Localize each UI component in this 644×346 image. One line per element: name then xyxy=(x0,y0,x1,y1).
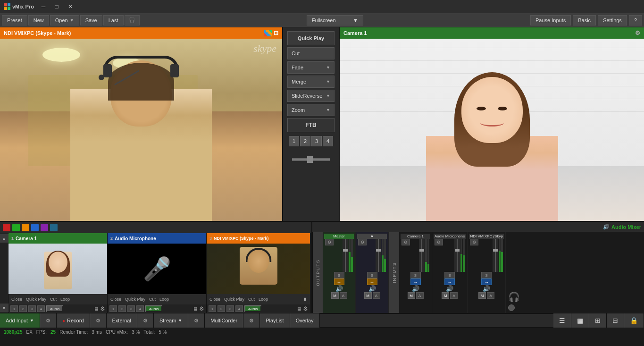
ndi-a-button[interactable]: A xyxy=(487,292,494,299)
input-num-1-3[interactable]: 3 xyxy=(28,305,36,312)
quick-play-button[interactable]: Quick Play xyxy=(287,31,335,45)
color-dot-green[interactable] xyxy=(12,224,20,231)
input-num-2-2[interactable]: 2 xyxy=(118,305,126,312)
a-arr-button[interactable]: → xyxy=(367,278,377,285)
input-cut-1[interactable]: Cut xyxy=(49,297,58,302)
input-loop-3[interactable]: Loop xyxy=(258,297,269,302)
trans-num-3[interactable]: 3 xyxy=(311,136,322,146)
resize-icon[interactable]: ⊡ xyxy=(274,30,278,36)
master-speaker-icon[interactable]: 🔊 xyxy=(335,285,343,292)
master-s-button[interactable]: S xyxy=(334,272,344,278)
input-cut-2[interactable]: Cut xyxy=(148,297,157,302)
master-fader[interactable] xyxy=(343,239,348,272)
headphone-mix-icon[interactable]: 🎧 xyxy=(508,291,520,303)
new-button[interactable]: New xyxy=(28,15,49,25)
ndi-s-button[interactable]: S xyxy=(481,272,492,278)
ndi-fader[interactable] xyxy=(493,239,498,272)
trans-num-2[interactable]: 2 xyxy=(300,136,310,146)
color-dot-purple[interactable] xyxy=(41,224,48,231)
input-audio-1[interactable]: Audio xyxy=(46,305,63,312)
cam1-a-button[interactable]: A xyxy=(416,292,424,299)
color-dot-blue[interactable] xyxy=(31,224,39,231)
transition-slider[interactable] xyxy=(292,158,330,161)
output-gear-icon[interactable]: ⚙ xyxy=(635,30,640,36)
scroll-up-button[interactable]: ▲ xyxy=(0,234,8,243)
input-num-2-1[interactable]: 1 xyxy=(109,305,117,312)
a-fader-thumb[interactable] xyxy=(376,249,381,252)
ndi-fader-thumb[interactable] xyxy=(493,249,498,252)
a-a-button[interactable]: A xyxy=(373,292,380,299)
audiomix-a-button[interactable]: A xyxy=(450,292,458,299)
overlay-bar-icon[interactable]: ▦ xyxy=(571,313,589,328)
ndi-arr-button[interactable]: → xyxy=(481,278,492,285)
stream-settings-button[interactable]: ⚙ xyxy=(188,313,205,328)
input-gear-3[interactable]: ⚙ xyxy=(303,305,308,312)
input-num-2-4[interactable]: 4 xyxy=(136,305,144,312)
fullscreen-button[interactable]: Fullscreen ▼ xyxy=(307,15,363,25)
input-quickplay-2[interactable]: Quick Play xyxy=(124,297,146,302)
add-input-settings-button[interactable]: ⚙ xyxy=(40,313,57,328)
cam1-arr-button[interactable]: → xyxy=(410,278,421,285)
multicorder-button[interactable]: MultiCorder xyxy=(205,313,243,328)
input-cut-3[interactable]: Cut xyxy=(247,297,256,302)
a-fader[interactable] xyxy=(376,239,381,272)
record-settings-button[interactable]: ⚙ xyxy=(90,313,107,328)
cam1-fader[interactable] xyxy=(419,239,425,272)
ndi-speaker-icon[interactable]: 🔊 xyxy=(483,285,490,292)
audiomix-gear-button[interactable]: ⚙ xyxy=(435,239,443,245)
slide-reverse-button[interactable]: SlideReverse ▼ xyxy=(287,90,335,102)
audiomix-arr-button[interactable]: → xyxy=(444,278,455,285)
input-quickplay-3[interactable]: Quick Play xyxy=(223,297,245,302)
pause-inputs-button[interactable]: Pause Inputs xyxy=(530,15,571,25)
preset-button[interactable]: Preset xyxy=(2,15,27,25)
overlay-button[interactable]: Overlay xyxy=(290,313,320,328)
cam1-m-button[interactable]: M xyxy=(408,292,415,299)
input-pause-3[interactable]: ⏸ xyxy=(302,297,308,302)
input-monitor-icon-2[interactable]: 🖥 xyxy=(193,305,198,312)
input-loop-2[interactable]: Loop xyxy=(159,297,170,302)
master-gear-button[interactable]: ⚙ xyxy=(325,239,334,245)
trans-num-4[interactable]: 4 xyxy=(323,136,333,146)
audiomix-m-button[interactable]: M xyxy=(442,292,449,299)
input-gear-2[interactable]: ⚙ xyxy=(199,305,204,312)
input-num-3-3[interactable]: 3 xyxy=(226,305,234,312)
audiomix-speaker-icon[interactable]: 🔊 xyxy=(446,285,453,292)
color-dot-teal[interactable] xyxy=(50,224,58,231)
input-audio-2[interactable]: Audio xyxy=(145,305,162,312)
last-button[interactable]: Last xyxy=(103,15,124,25)
minimize-button[interactable]: ─ xyxy=(38,2,50,11)
master-fader-thumb[interactable] xyxy=(343,249,348,252)
audiomix-fader[interactable] xyxy=(454,239,460,272)
overlay-lock-icon[interactable]: 🔒 xyxy=(624,313,644,328)
master-m-button[interactable]: M xyxy=(331,292,339,299)
cam1-speaker-icon[interactable]: 🔊 xyxy=(412,285,419,292)
input-close-3[interactable]: Close xyxy=(209,297,221,302)
input-close-2[interactable]: Close xyxy=(109,297,122,302)
a-m-button[interactable]: M xyxy=(364,292,372,299)
record-button[interactable]: ● Record xyxy=(57,313,90,328)
color-dot-orange[interactable] xyxy=(22,224,29,231)
record-dot[interactable] xyxy=(508,304,515,311)
overlay-grid-icon[interactable]: ⊞ xyxy=(589,313,607,328)
input-num-3-4[interactable]: 4 xyxy=(235,305,243,312)
maximize-button[interactable]: □ xyxy=(51,2,62,11)
ndi-m-button[interactable]: M xyxy=(478,292,486,299)
input-quickplay-1[interactable]: Quick Play xyxy=(25,297,47,302)
close-button[interactable]: ✕ xyxy=(64,2,76,11)
color-dot-red[interactable] xyxy=(3,224,10,231)
master-arr-button[interactable]: → xyxy=(334,278,344,285)
input-num-3-1[interactable]: 1 xyxy=(209,305,216,312)
open-button[interactable]: Open ▼ xyxy=(50,15,79,25)
master-a-button[interactable]: A xyxy=(340,292,347,299)
trans-num-1[interactable]: 1 xyxy=(289,136,299,146)
multicorder-settings-button[interactable]: ⚙ xyxy=(243,313,260,328)
overlay-snap-icon[interactable]: ⊟ xyxy=(607,313,624,328)
ftb-button[interactable]: FTB xyxy=(287,118,335,132)
mixer-speaker-icon[interactable]: 🔊 xyxy=(603,224,610,230)
a-gear-button[interactable]: ⚙ xyxy=(358,239,367,245)
input-audio-3[interactable]: Audio xyxy=(244,305,261,312)
external-settings-button[interactable]: ⚙ xyxy=(137,313,154,328)
help-button[interactable]: ? xyxy=(629,15,642,25)
fade-button[interactable]: Fade ▼ xyxy=(287,61,335,74)
input-num-1-4[interactable]: 4 xyxy=(37,305,45,312)
